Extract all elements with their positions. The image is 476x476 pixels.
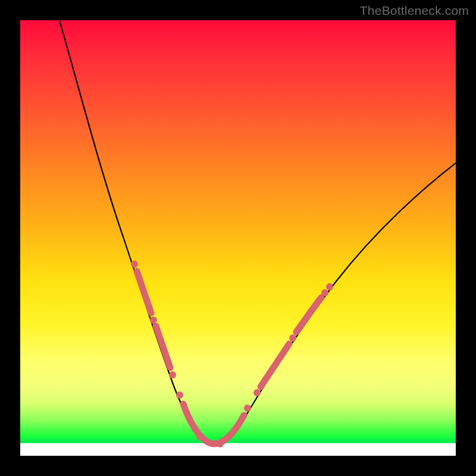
highlight-dot: [131, 261, 138, 268]
highlight-dot: [289, 334, 296, 342]
watermark-text: TheBottleneck.com: [360, 4, 469, 18]
highlight-right-branch: [261, 344, 289, 387]
bottleneck-curve: [56, 8, 456, 444]
highlight-dot: [176, 392, 183, 399]
highlight-dot: [321, 289, 328, 296]
chart-frame: TheBottleneck.com: [0, 0, 476, 476]
highlight-right-branch-2: [296, 298, 321, 332]
highlight-dot: [150, 317, 157, 324]
highlight-dot: [169, 371, 176, 378]
highlight-dot: [253, 389, 261, 396]
highlight-dot: [326, 283, 333, 290]
plot-area: [20, 20, 456, 456]
highlight-dot: [244, 405, 251, 412]
highlight-left-branch: [137, 271, 151, 313]
bottleneck-curve-svg: [20, 20, 456, 456]
highlight-dot: [217, 440, 224, 447]
highlight-left-branch-2: [156, 326, 170, 368]
highlight-trough: [183, 404, 244, 444]
highlight-dot: [196, 433, 203, 440]
